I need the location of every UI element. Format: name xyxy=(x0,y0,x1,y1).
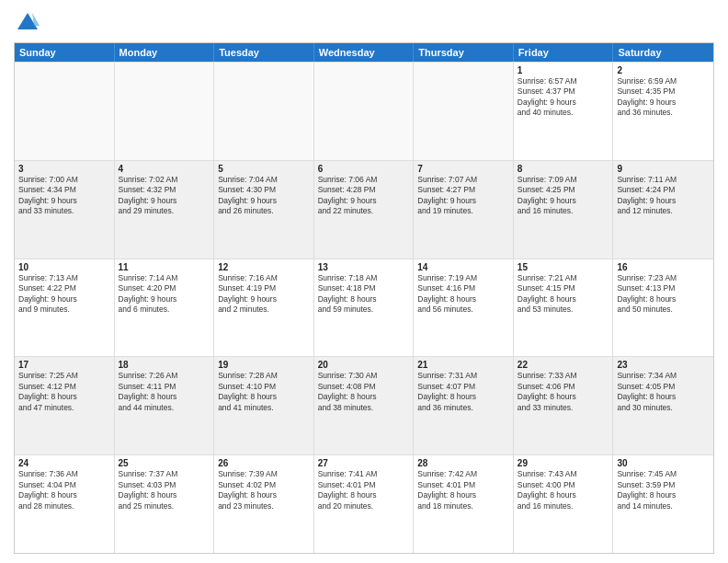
day-number: 3 xyxy=(18,164,110,174)
day-cell-30: 30Sunrise: 7:45 AM Sunset: 3:59 PM Dayli… xyxy=(613,455,713,553)
empty-cell xyxy=(15,63,115,160)
day-cell-6: 6Sunrise: 7:06 AM Sunset: 4:28 PM Daylig… xyxy=(314,161,415,259)
day-number: 8 xyxy=(518,164,609,174)
day-detail: Sunrise: 7:33 AM Sunset: 4:06 PM Dayligh… xyxy=(518,371,609,413)
empty-cell xyxy=(214,63,314,160)
day-cell-21: 21Sunrise: 7:31 AM Sunset: 4:07 PM Dayli… xyxy=(414,357,514,454)
day-detail: Sunrise: 7:06 AM Sunset: 4:28 PM Dayligh… xyxy=(318,175,410,217)
day-number: 12 xyxy=(218,262,310,272)
day-cell-8: 8Sunrise: 7:09 AM Sunset: 4:25 PM Daylig… xyxy=(514,161,614,259)
day-cell-26: 26Sunrise: 7:39 AM Sunset: 4:02 PM Dayli… xyxy=(214,455,314,553)
day-cell-12: 12Sunrise: 7:16 AM Sunset: 4:19 PM Dayli… xyxy=(214,259,314,357)
day-cell-1: 1Sunrise: 6:57 AM Sunset: 4:37 PM Daylig… xyxy=(514,63,614,160)
day-detail: Sunrise: 7:42 AM Sunset: 4:01 PM Dayligh… xyxy=(417,469,509,511)
header-saturday: Saturday xyxy=(613,43,713,62)
calendar: SundayMondayTuesdayWednesdayThursdayFrid… xyxy=(14,42,714,554)
calendar-page: SundayMondayTuesdayWednesdayThursdayFrid… xyxy=(0,0,728,563)
day-cell-20: 20Sunrise: 7:30 AM Sunset: 4:08 PM Dayli… xyxy=(314,357,415,454)
day-detail: Sunrise: 7:25 AM Sunset: 4:12 PM Dayligh… xyxy=(18,371,110,413)
day-cell-27: 27Sunrise: 7:41 AM Sunset: 4:01 PM Dayli… xyxy=(314,455,415,553)
day-cell-18: 18Sunrise: 7:26 AM Sunset: 4:11 PM Dayli… xyxy=(115,357,215,454)
day-detail: Sunrise: 6:57 AM Sunset: 4:37 PM Dayligh… xyxy=(518,76,609,119)
day-cell-3: 3Sunrise: 7:00 AM Sunset: 4:34 PM Daylig… xyxy=(15,161,115,259)
day-detail: Sunrise: 7:04 AM Sunset: 4:30 PM Dayligh… xyxy=(218,175,310,217)
day-detail: Sunrise: 7:34 AM Sunset: 4:05 PM Dayligh… xyxy=(617,371,710,413)
day-cell-5: 5Sunrise: 7:04 AM Sunset: 4:30 PM Daylig… xyxy=(214,161,314,259)
day-number: 26 xyxy=(218,458,310,468)
day-number: 13 xyxy=(318,262,410,272)
day-number: 2 xyxy=(617,65,710,75)
day-detail: Sunrise: 7:07 AM Sunset: 4:27 PM Dayligh… xyxy=(417,175,509,217)
day-detail: Sunrise: 7:41 AM Sunset: 4:01 PM Dayligh… xyxy=(318,469,410,511)
day-cell-25: 25Sunrise: 7:37 AM Sunset: 4:03 PM Dayli… xyxy=(115,455,215,553)
day-detail: Sunrise: 7:11 AM Sunset: 4:24 PM Dayligh… xyxy=(617,175,710,217)
day-detail: Sunrise: 7:37 AM Sunset: 4:03 PM Dayligh… xyxy=(119,469,210,511)
day-number: 9 xyxy=(617,164,710,174)
day-detail: Sunrise: 7:14 AM Sunset: 4:20 PM Dayligh… xyxy=(119,273,210,316)
day-detail: Sunrise: 6:59 AM Sunset: 4:35 PM Dayligh… xyxy=(617,76,710,119)
day-detail: Sunrise: 7:09 AM Sunset: 4:25 PM Dayligh… xyxy=(518,175,609,217)
day-cell-16: 16Sunrise: 7:23 AM Sunset: 4:13 PM Dayli… xyxy=(613,259,713,357)
week-row-4: 17Sunrise: 7:25 AM Sunset: 4:12 PM Dayli… xyxy=(15,356,713,454)
day-cell-22: 22Sunrise: 7:33 AM Sunset: 4:06 PM Dayli… xyxy=(514,357,614,454)
day-number: 16 xyxy=(617,262,710,272)
week-row-1: 1Sunrise: 6:57 AM Sunset: 4:37 PM Daylig… xyxy=(15,62,713,160)
day-cell-28: 28Sunrise: 7:42 AM Sunset: 4:01 PM Dayli… xyxy=(414,455,514,553)
week-row-3: 10Sunrise: 7:13 AM Sunset: 4:22 PM Dayli… xyxy=(15,259,713,357)
day-cell-23: 23Sunrise: 7:34 AM Sunset: 4:05 PM Dayli… xyxy=(613,357,713,454)
day-detail: Sunrise: 7:39 AM Sunset: 4:02 PM Dayligh… xyxy=(218,469,310,511)
header-monday: Monday xyxy=(115,43,215,62)
day-number: 27 xyxy=(318,458,410,468)
day-number: 7 xyxy=(417,164,509,174)
day-detail: Sunrise: 7:36 AM Sunset: 4:04 PM Dayligh… xyxy=(18,469,110,511)
day-number: 15 xyxy=(518,262,609,272)
week-row-2: 3Sunrise: 7:00 AM Sunset: 4:34 PM Daylig… xyxy=(15,160,713,259)
day-detail: Sunrise: 7:30 AM Sunset: 4:08 PM Dayligh… xyxy=(318,371,410,413)
day-number: 20 xyxy=(318,360,410,370)
day-cell-29: 29Sunrise: 7:43 AM Sunset: 4:00 PM Dayli… xyxy=(514,455,614,553)
day-detail: Sunrise: 7:28 AM Sunset: 4:10 PM Dayligh… xyxy=(218,371,310,413)
day-cell-19: 19Sunrise: 7:28 AM Sunset: 4:10 PM Dayli… xyxy=(214,357,314,454)
day-number: 14 xyxy=(417,262,509,272)
day-number: 19 xyxy=(218,360,310,370)
header-sunday: Sunday xyxy=(15,43,115,62)
day-cell-13: 13Sunrise: 7:18 AM Sunset: 4:18 PM Dayli… xyxy=(314,259,415,357)
day-cell-14: 14Sunrise: 7:19 AM Sunset: 4:16 PM Dayli… xyxy=(414,259,514,357)
day-cell-7: 7Sunrise: 7:07 AM Sunset: 4:27 PM Daylig… xyxy=(414,161,514,259)
day-number: 29 xyxy=(518,458,609,468)
day-cell-17: 17Sunrise: 7:25 AM Sunset: 4:12 PM Dayli… xyxy=(15,357,115,454)
empty-cell xyxy=(115,63,215,160)
day-number: 30 xyxy=(617,458,710,468)
logo-icon xyxy=(14,9,41,37)
day-number: 17 xyxy=(18,360,110,370)
day-cell-11: 11Sunrise: 7:14 AM Sunset: 4:20 PM Dayli… xyxy=(115,259,215,357)
day-cell-9: 9Sunrise: 7:11 AM Sunset: 4:24 PM Daylig… xyxy=(613,161,713,259)
day-cell-15: 15Sunrise: 7:21 AM Sunset: 4:15 PM Dayli… xyxy=(514,259,614,357)
day-detail: Sunrise: 7:13 AM Sunset: 4:22 PM Dayligh… xyxy=(18,273,110,316)
day-detail: Sunrise: 7:21 AM Sunset: 4:15 PM Dayligh… xyxy=(518,273,609,316)
calendar-header: SundayMondayTuesdayWednesdayThursdayFrid… xyxy=(15,43,713,62)
day-detail: Sunrise: 7:16 AM Sunset: 4:19 PM Dayligh… xyxy=(218,273,310,316)
calendar-body: 1Sunrise: 6:57 AM Sunset: 4:37 PM Daylig… xyxy=(15,62,713,553)
day-detail: Sunrise: 7:00 AM Sunset: 4:34 PM Dayligh… xyxy=(18,175,110,217)
day-number: 10 xyxy=(18,262,110,272)
week-row-5: 24Sunrise: 7:36 AM Sunset: 4:04 PM Dayli… xyxy=(15,454,713,553)
day-number: 5 xyxy=(218,164,310,174)
day-detail: Sunrise: 7:45 AM Sunset: 3:59 PM Dayligh… xyxy=(617,469,710,511)
day-number: 25 xyxy=(119,458,210,468)
header-friday: Friday xyxy=(514,43,614,62)
day-number: 11 xyxy=(119,262,210,272)
day-number: 23 xyxy=(617,360,710,370)
header-thursday: Thursday xyxy=(414,43,514,62)
day-detail: Sunrise: 7:26 AM Sunset: 4:11 PM Dayligh… xyxy=(119,371,210,413)
day-number: 18 xyxy=(119,360,210,370)
day-cell-4: 4Sunrise: 7:02 AM Sunset: 4:32 PM Daylig… xyxy=(115,161,215,259)
day-number: 4 xyxy=(119,164,210,174)
empty-cell xyxy=(314,63,415,160)
empty-cell xyxy=(414,63,514,160)
day-cell-10: 10Sunrise: 7:13 AM Sunset: 4:22 PM Dayli… xyxy=(15,259,115,357)
day-number: 6 xyxy=(318,164,410,174)
day-detail: Sunrise: 7:02 AM Sunset: 4:32 PM Dayligh… xyxy=(119,175,210,217)
page-header xyxy=(14,9,714,37)
day-number: 21 xyxy=(417,360,509,370)
